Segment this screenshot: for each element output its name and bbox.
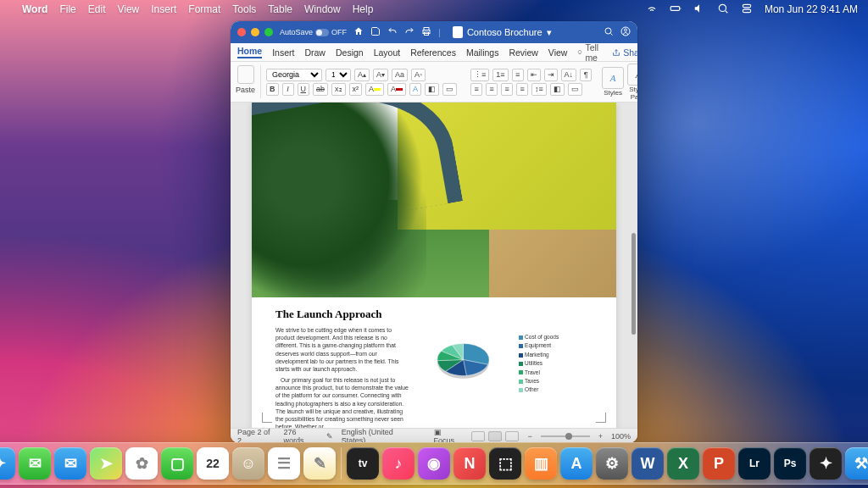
font-color-button[interactable]: A — [387, 83, 406, 96]
border-button[interactable]: ▭ — [442, 83, 457, 96]
menu-tools[interactable]: Tools — [232, 3, 256, 15]
font-size-select[interactable]: 13 — [326, 69, 351, 81]
control-center-icon[interactable] — [741, 3, 753, 17]
dock-app-notes[interactable]: ✎ — [303, 447, 336, 480]
align-center-button[interactable]: ≡ — [486, 83, 498, 96]
dock-app-safari[interactable]: ✦ — [0, 447, 15, 480]
share-button[interactable]: Share — [612, 47, 637, 58]
search-icon[interactable] — [717, 3, 729, 17]
dock-app-maps[interactable]: ➤ — [90, 447, 122, 480]
menu-file[interactable]: File — [59, 3, 75, 15]
tab-review[interactable]: Review — [509, 47, 537, 58]
scrollbar[interactable] — [632, 103, 636, 428]
decrease-indent-button[interactable]: ⇤ — [527, 69, 541, 81]
word-count[interactable]: 276 words — [284, 428, 318, 444]
wifi-icon[interactable] — [646, 3, 658, 17]
dock-app-reminders[interactable]: ☰ — [268, 447, 300, 480]
subscript-button[interactable]: x₂ — [331, 83, 346, 96]
account-icon[interactable] — [620, 26, 631, 38]
styles-pane-button[interactable]: A — [627, 64, 637, 86]
clear-formatting-button[interactable]: A◦ — [411, 69, 426, 81]
dock-app-contacts[interactable]: ☺ — [232, 447, 264, 480]
dock-app-calendar[interactable]: 22 — [197, 447, 229, 480]
tab-layout[interactable]: Layout — [374, 47, 401, 58]
tab-draw[interactable]: Draw — [304, 47, 326, 58]
styles-gallery[interactable]: A — [602, 67, 624, 89]
save-icon[interactable] — [370, 26, 381, 38]
menu-edit[interactable]: Edit — [88, 3, 106, 15]
zoom-level[interactable]: 100% — [611, 432, 631, 441]
align-right-button[interactable]: ≡ — [501, 83, 513, 96]
zoom-slider[interactable] — [541, 435, 590, 437]
line-spacing-button[interactable]: ↕≡ — [531, 83, 547, 96]
redo-icon[interactable] — [404, 26, 415, 38]
document-canvas[interactable]: The Launch Approach We strive to be cutt… — [231, 103, 637, 428]
dock-app-music[interactable]: ♪ — [382, 447, 415, 480]
web-layout-button[interactable] — [505, 431, 519, 441]
dock-app-photos[interactable]: ✿ — [125, 447, 158, 480]
menu-insert[interactable]: Insert — [151, 3, 176, 15]
italic-button[interactable]: I — [282, 83, 294, 96]
tab-view[interactable]: View — [548, 47, 568, 58]
bold-button[interactable]: B — [266, 83, 279, 96]
dock-app-finalcut[interactable]: ✦ — [810, 447, 842, 480]
font-family-select[interactable]: Georgia — [266, 69, 322, 81]
justify-button[interactable]: ≡ — [516, 83, 528, 96]
hero-image[interactable] — [252, 103, 616, 297]
print-layout-button[interactable] — [488, 431, 502, 441]
multilevel-button[interactable]: ≡ — [512, 69, 524, 81]
decrease-font-button[interactable]: A▾ — [373, 69, 388, 81]
dock-app-mail[interactable]: ✉ — [54, 447, 86, 480]
increase-font-button[interactable]: A▴ — [354, 69, 370, 81]
menu-help[interactable]: Help — [353, 3, 374, 15]
battery-icon[interactable] — [670, 3, 682, 17]
focus-mode[interactable]: ▣ Focus — [434, 428, 464, 444]
dock-app-stocks[interactable]: ⬚ — [489, 447, 521, 480]
dock-app-messages[interactable]: ✉ — [19, 447, 51, 480]
pie-chart[interactable] — [420, 333, 514, 394]
home-icon[interactable] — [353, 26, 364, 38]
tab-insert[interactable]: Insert — [272, 47, 294, 58]
dock-app-photoshop[interactable]: Ps — [774, 447, 806, 480]
shading-button[interactable]: ◧ — [425, 83, 439, 96]
spellcheck-icon[interactable]: ✎ — [326, 432, 333, 441]
align-left-button[interactable]: ≡ — [470, 83, 482, 96]
zoom-out-button[interactable]: − — [527, 432, 531, 441]
body-text[interactable]: We strive to be cutting edge when it com… — [275, 326, 409, 428]
dock-app-podcasts[interactable]: ◉ — [418, 447, 450, 480]
autosave-toggle[interactable]: AutoSave OFF — [280, 28, 347, 36]
tab-mailings[interactable]: Mailings — [466, 47, 499, 58]
document-title[interactable]: Contoso Brochure ▾ — [453, 26, 552, 38]
read-mode-button[interactable] — [471, 431, 485, 441]
menu-format[interactable]: Format — [188, 3, 220, 15]
menu-window[interactable]: Window — [304, 3, 341, 15]
dock-app-facetime[interactable]: ▢ — [161, 447, 193, 480]
close-button[interactable] — [237, 28, 246, 36]
menu-view[interactable]: View — [117, 3, 139, 15]
dock-app-news[interactable]: N — [453, 447, 486, 480]
tab-home[interactable]: Home — [237, 46, 262, 58]
menu-table[interactable]: Table — [268, 3, 292, 15]
dock-app-books[interactable]: ▥ — [525, 447, 557, 480]
dock-app-appstore[interactable]: A — [560, 447, 593, 480]
tell-me[interactable]: Tell me — [577, 42, 602, 63]
search-icon[interactable] — [604, 26, 614, 38]
dock-app-lightroom[interactable]: Lr — [738, 447, 771, 480]
underline-button[interactable]: U — [298, 83, 310, 96]
paste-button[interactable] — [237, 65, 254, 84]
page-indicator[interactable]: Page 2 of 2 — [237, 428, 275, 444]
heading[interactable]: The Launch Approach — [275, 308, 593, 321]
highlight-button[interactable]: A — [365, 83, 384, 96]
zoom-in-button[interactable]: + — [598, 432, 603, 441]
app-menu[interactable]: Word — [22, 3, 47, 15]
dock-app-excel[interactable]: X — [667, 447, 699, 480]
text-effects-button[interactable]: A — [409, 83, 421, 96]
numbering-button[interactable]: 1≡ — [492, 69, 508, 81]
increase-indent-button[interactable]: ⇥ — [544, 69, 558, 81]
language-indicator[interactable]: English (United States) — [342, 428, 417, 444]
bullets-button[interactable]: ⋮≡ — [470, 69, 489, 81]
tab-references[interactable]: References — [410, 47, 456, 58]
zoom-button[interactable] — [264, 28, 273, 36]
minimize-button[interactable] — [251, 28, 259, 36]
show-marks-button[interactable]: ¶ — [580, 69, 592, 81]
